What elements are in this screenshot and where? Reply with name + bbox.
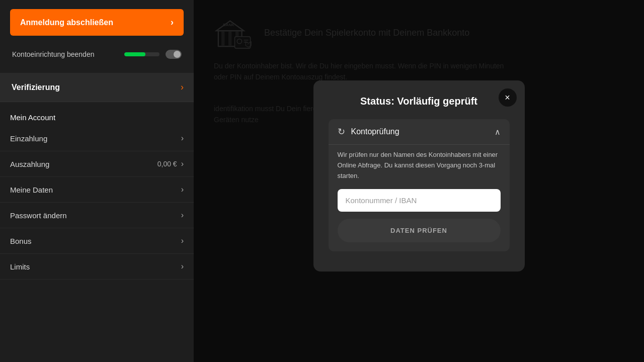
section-title: Mein Account: [0, 102, 194, 126]
modal-title: Status: Vorläufig geprüft: [329, 96, 510, 107]
kontoeinrichtung-row: Kontoeinrichtung beenden: [10, 45, 184, 64]
modal-overlay: × Status: Vorläufig geprüft ↻ Kontoprüfu…: [194, 0, 644, 362]
einzahlung-label: Einzahlung: [10, 134, 47, 143]
main-content: BANK ✓ Bestätige Dein Spielerkonto mit D…: [194, 0, 644, 362]
kontoprufung-header[interactable]: ↻ Kontoprüfung ∧: [329, 119, 510, 144]
einzahlung-chevron: ›: [181, 134, 184, 143]
progress-bar: [124, 52, 159, 56]
auszahlung-value: 0,00 €: [157, 160, 177, 168]
passwort-chevron: ›: [181, 211, 184, 220]
anmeldung-label: Anmeldung abschließen: [20, 18, 113, 27]
verifizierung-label: Verifizierung: [12, 83, 60, 92]
meine-daten-chevron: ›: [181, 185, 184, 194]
toggle-switch[interactable]: [166, 50, 182, 59]
iban-input[interactable]: [338, 189, 501, 212]
progress-bar-fill: [124, 52, 145, 56]
kontoeinrichtung-label: Kontoeinrichtung beenden: [12, 50, 118, 58]
sidebar-item-einzahlung[interactable]: Einzahlung ›: [0, 126, 194, 151]
sidebar-item-auszahlung[interactable]: Auszahlung 0,00 € ›: [0, 151, 194, 177]
sidebar-top: Anmeldung abschließen › Kontoeinrichtung…: [0, 0, 194, 73]
anmeldung-button[interactable]: Anmeldung abschließen ›: [10, 9, 184, 36]
anmeldung-arrow: ›: [171, 17, 174, 28]
sidebar: Anmeldung abschließen › Kontoeinrichtung…: [0, 0, 194, 362]
verifizierung-row[interactable]: Verifizierung ›: [0, 73, 194, 102]
daten-prufen-button[interactable]: DATEN PRÜFEN: [338, 219, 501, 242]
meine-daten-label: Meine Daten: [10, 186, 53, 194]
kontoprufung-label: Kontoprüfung: [351, 127, 399, 136]
auszahlung-chevron: ›: [181, 159, 184, 168]
limits-chevron: ›: [181, 262, 184, 271]
kontoprufung-chevron-up: ∧: [495, 127, 501, 137]
verifizierung-chevron: ›: [181, 82, 184, 93]
modal-close-button[interactable]: ×: [499, 88, 517, 107]
sidebar-item-passwort[interactable]: Passwort ändern ›: [0, 203, 194, 228]
kontoprufung-description: Wir prüfen nur den Namen des Kontoinhabe…: [338, 150, 501, 181]
refresh-icon: ↻: [338, 126, 345, 137]
passwort-label: Passwort ändern: [10, 211, 67, 220]
kontoprufung-body: Wir prüfen nur den Namen des Kontoinhabe…: [329, 144, 510, 251]
modal: × Status: Vorläufig geprüft ↻ Kontoprüfu…: [313, 80, 525, 272]
sidebar-item-bonus[interactable]: Bonus ›: [0, 228, 194, 254]
bonus-chevron: ›: [181, 236, 184, 245]
sidebar-item-limits[interactable]: Limits ›: [0, 254, 194, 280]
bonus-label: Bonus: [10, 237, 32, 245]
auszahlung-label: Auszahlung: [10, 160, 49, 168]
sidebar-item-meine-daten[interactable]: Meine Daten ›: [0, 177, 194, 203]
kontoprufung-section: ↻ Kontoprüfung ∧ Wir prüfen nur den Name…: [329, 119, 510, 251]
limits-label: Limits: [10, 262, 30, 271]
